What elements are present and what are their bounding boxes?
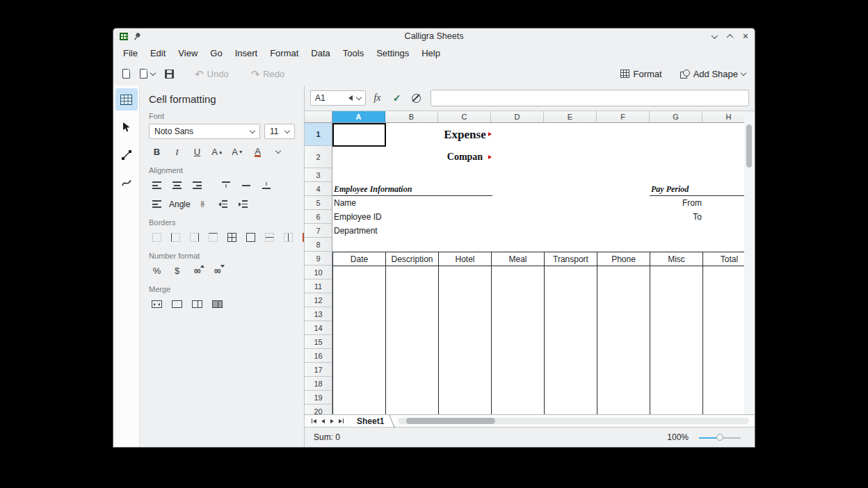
cell-to-label[interactable]: To [650, 210, 702, 224]
freehand-tool-button[interactable] [115, 172, 138, 194]
row-header-6[interactable]: 6 [305, 210, 332, 224]
row-header-4[interactable]: 4 [305, 182, 332, 196]
dissolve-merge-button[interactable] [209, 297, 225, 311]
increase-precision-button[interactable]: 00 [189, 263, 205, 278]
zoom-slider-knob[interactable] [716, 434, 723, 441]
align-top-button[interactable] [218, 178, 234, 193]
column-header-F[interactable]: F [597, 111, 650, 122]
cell-cursor[interactable] [332, 123, 386, 147]
vertical-scrollbar[interactable] [744, 111, 754, 414]
row-header-17[interactable]: 17 [305, 363, 332, 377]
row-header-1[interactable]: 1 [305, 123, 332, 146]
cell-pay-period[interactable]: Pay Period [651, 182, 689, 196]
font-color-button[interactable]: A [250, 145, 266, 159]
increase-indent-button[interactable] [235, 197, 251, 211]
expense-header-date[interactable]: Date [332, 252, 386, 266]
row-header-7[interactable]: 7 [305, 224, 332, 238]
border-color-button[interactable] [299, 230, 305, 245]
menu-tools[interactable]: Tools [337, 45, 370, 61]
underline-button[interactable]: U [189, 145, 205, 159]
next-sheet-button[interactable] [328, 416, 337, 426]
font-more-button[interactable] [270, 145, 286, 159]
expense-header-meal[interactable]: Meal [491, 252, 545, 266]
menu-format[interactable]: Format [264, 45, 305, 61]
open-document-button[interactable] [136, 65, 159, 83]
select-all-corner[interactable] [305, 111, 332, 123]
row-header-8[interactable]: 8 [305, 238, 332, 252]
border-horizontal-button[interactable] [262, 230, 278, 245]
decrease-indent-button[interactable] [215, 197, 231, 211]
function-button[interactable]: fx [369, 91, 385, 106]
minimize-icon[interactable] [711, 32, 718, 39]
merge-cells-button[interactable] [149, 297, 165, 311]
row-header-14[interactable]: 14 [305, 321, 332, 335]
expense-header-description[interactable]: Description [385, 252, 439, 266]
cells-layer[interactable]: Expense Compan Employee Information Pay … [332, 123, 744, 414]
first-sheet-button[interactable] [310, 416, 319, 426]
grow-font-button[interactable]: A▲ [209, 145, 225, 159]
expense-header-phone[interactable]: Phone [597, 252, 650, 266]
align-right-button[interactable] [189, 178, 205, 193]
bold-button[interactable]: B [149, 145, 165, 159]
border-all-button[interactable] [224, 230, 240, 245]
row-header-19[interactable]: 19 [305, 391, 332, 405]
row-header-11[interactable]: 11 [305, 279, 332, 293]
column-header-H[interactable]: H [702, 111, 744, 122]
menu-view[interactable]: View [172, 45, 204, 61]
expense-header-misc[interactable]: Misc [650, 252, 703, 266]
row-header-10[interactable]: 10 [305, 266, 332, 279]
expense-header-transport[interactable]: Transport [544, 252, 597, 266]
font-family-select[interactable]: Noto Sans [149, 124, 260, 139]
cell-from-label[interactable]: From [650, 196, 702, 210]
money-format-button[interactable]: $ [169, 263, 185, 278]
cell-name-label[interactable]: Name [334, 196, 356, 210]
column-header-G[interactable]: G [650, 111, 702, 122]
cancel-button[interactable] [408, 91, 424, 106]
border-left-button[interactable] [168, 230, 184, 245]
cell-report-subtitle[interactable]: Compan [438, 146, 492, 168]
cell-report-title[interactable]: Expense [438, 123, 492, 146]
previous-sheet-button[interactable] [319, 416, 328, 426]
format-button[interactable]: Format [616, 65, 666, 83]
merge-vertical-button[interactable] [189, 297, 205, 311]
titlebar[interactable]: Calligra Sheets × [113, 29, 755, 44]
menu-help[interactable]: Help [415, 45, 447, 61]
border-top-button[interactable] [205, 230, 221, 245]
column-header-D[interactable]: D [491, 111, 544, 122]
row-header-5[interactable]: 5 [305, 196, 332, 210]
decrease-precision-button[interactable]: 00 [209, 263, 225, 278]
save-button[interactable] [161, 65, 178, 83]
redo-button[interactable]: ↷ Redo [247, 65, 289, 83]
horizontal-scrollbar[interactable] [398, 418, 749, 424]
row-header-2[interactable]: 2 [305, 146, 332, 168]
last-sheet-button[interactable] [337, 416, 346, 426]
row-header-20[interactable]: 20 [305, 405, 332, 414]
percent-format-button[interactable]: % [149, 263, 165, 278]
column-header-B[interactable]: B [385, 111, 438, 122]
sheet-tab-sheet1[interactable]: Sheet1 [350, 415, 394, 427]
column-header-C[interactable]: C [438, 111, 491, 122]
row-header-9[interactable]: 9 [305, 252, 332, 266]
align-middle-button[interactable] [238, 178, 254, 193]
column-header-A[interactable]: A [332, 111, 385, 122]
align-center-button[interactable] [169, 178, 185, 193]
cell-reference-box[interactable]: A1 [310, 90, 366, 106]
align-left-button[interactable] [149, 178, 165, 193]
merge-horizontal-button[interactable] [169, 297, 185, 311]
border-none-button[interactable] [149, 230, 165, 245]
row-header-12[interactable]: 12 [305, 293, 332, 307]
new-document-button[interactable] [118, 65, 134, 83]
row-header-15[interactable]: 15 [305, 335, 332, 349]
menu-edit[interactable]: Edit [144, 45, 172, 61]
maximize-icon[interactable] [726, 33, 733, 40]
row-header-13[interactable]: 13 [305, 307, 332, 321]
selection-tool-button[interactable] [115, 116, 138, 138]
cell-employee-id-label[interactable]: Employee ID [334, 210, 382, 224]
menu-data[interactable]: Data [305, 45, 336, 61]
vertical-scrollbar-thumb[interactable] [746, 124, 752, 168]
cell-employee-information[interactable]: Employee Information [334, 182, 412, 196]
border-vertical-button[interactable] [280, 230, 296, 245]
vertical-text-button[interactable]: ab [195, 197, 211, 211]
font-size-select[interactable]: 11 [264, 124, 295, 139]
row-header-18[interactable]: 18 [305, 377, 332, 391]
